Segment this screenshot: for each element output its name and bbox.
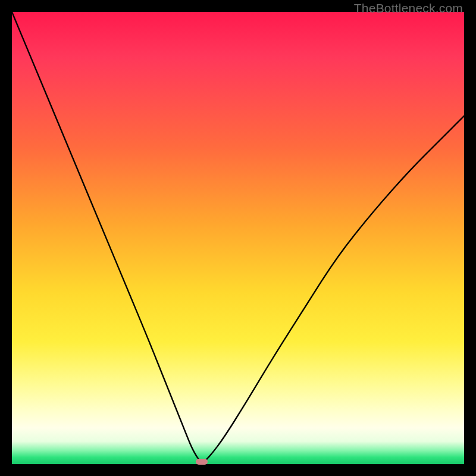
plot-area (12, 12, 464, 464)
bottleneck-curve (12, 12, 464, 464)
optimal-point-marker (196, 459, 208, 465)
watermark-text: TheBottleneck.com (354, 1, 463, 15)
chart-frame: TheBottleneck.com (0, 0, 476, 476)
